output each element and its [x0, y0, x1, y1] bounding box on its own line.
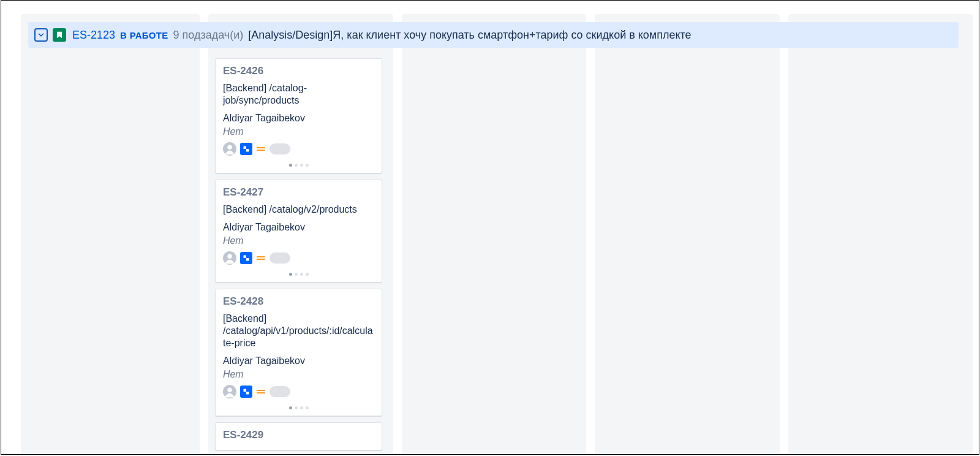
subtask-type-icon	[240, 252, 252, 264]
story-type-icon	[53, 28, 66, 42]
board-column[interactable]	[402, 14, 587, 454]
svg-rect-3	[246, 149, 249, 152]
board-column[interactable]	[21, 14, 200, 454]
issue-summary: [Analysis/Design]Я, как клиент хочу поку…	[248, 29, 691, 42]
issue-card[interactable]: ES-2426 [Backend] /catalog-job/sync/prod…	[215, 58, 382, 173]
issue-card-none-label: Нет	[223, 126, 374, 137]
issue-card-key: ES-2429	[223, 429, 374, 441]
svg-point-5	[227, 254, 232, 259]
issue-card[interactable]: ES-2428 [Backend] /catalog/api/v1/produc…	[215, 289, 382, 416]
swimlane-header[interactable]: ES-2123 В РАБОТЕ 9 подзадач(и) [Analysis…	[28, 22, 959, 48]
card-list: ES-2426 [Backend] /catalog-job/sync/prod…	[215, 58, 382, 450]
card-age-dots	[223, 156, 374, 169]
issue-card-none-label: Нет	[223, 369, 374, 380]
svg-rect-11	[246, 392, 249, 395]
estimate-pill	[270, 143, 290, 154]
avatar-unassigned-icon	[223, 142, 236, 156]
issue-card-assignee: Aldiyar Tagaibekov	[223, 355, 374, 367]
estimate-pill	[270, 253, 290, 264]
issue-card-none-label: Нет	[223, 235, 374, 246]
issue-card-key: ES-2428	[223, 295, 374, 308]
avatar-unassigned-icon	[223, 251, 236, 265]
issue-card-key: ES-2426	[223, 65, 374, 77]
issue-card[interactable]: ES-2427 [Backend] /catalog/v2/products A…	[215, 180, 382, 283]
issue-card-footer	[223, 142, 374, 156]
issue-card-footer	[223, 251, 374, 265]
svg-rect-2	[244, 146, 247, 150]
avatar-unassigned-icon	[223, 385, 236, 398]
board-column[interactable]	[595, 14, 780, 454]
priority-medium-icon	[256, 144, 266, 154]
issue-card-footer	[223, 385, 374, 398]
priority-medium-icon	[256, 253, 266, 263]
svg-rect-10	[244, 389, 247, 392]
issue-card-key: ES-2427	[223, 186, 374, 199]
board-columns	[21, 14, 973, 454]
issue-card-summary: [Backend] /catalog-job/sync/products	[223, 82, 374, 107]
issue-card-assignee: Aldiyar Tagaibekov	[223, 222, 374, 233]
issue-card-summary: [Backend] /catalog/api/v1/products/:id/c…	[223, 313, 374, 349]
subtask-type-icon	[240, 143, 252, 155]
chevron-down-icon	[37, 31, 45, 39]
svg-rect-6	[244, 256, 247, 259]
issue-card-assignee: Aldiyar Tagaibekov	[223, 113, 374, 124]
collapse-toggle[interactable]	[34, 28, 48, 42]
estimate-pill	[270, 386, 290, 397]
svg-point-9	[227, 388, 232, 392]
board-column[interactable]	[788, 14, 973, 454]
subtask-type-icon	[240, 386, 252, 398]
issue-status-badge[interactable]: В РАБОТЕ	[120, 30, 168, 40]
priority-medium-icon	[256, 387, 266, 397]
svg-point-1	[227, 145, 232, 150]
issue-card-summary: [Backend] /catalog/v2/products	[223, 203, 374, 216]
subtask-count: 9 подзадач(и)	[173, 29, 244, 42]
card-age-dots	[223, 265, 374, 278]
issue-card[interactable]: ES-2429	[215, 422, 382, 450]
card-age-dots	[223, 398, 374, 412]
svg-rect-7	[246, 258, 249, 261]
issue-key-link[interactable]: ES-2123	[72, 29, 115, 42]
